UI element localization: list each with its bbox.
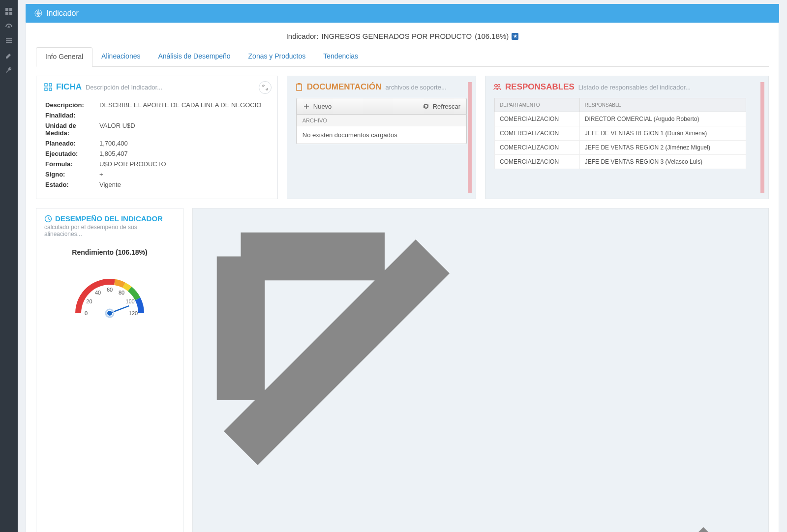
- ficha-title: FICHA: [56, 82, 82, 92]
- clock-icon: [44, 215, 52, 223]
- doc-new-button[interactable]: Nuevo: [303, 102, 332, 110]
- tab-tendencias[interactable]: Tendencias: [314, 47, 367, 66]
- users-icon: [493, 83, 501, 91]
- grid-icon: [44, 83, 52, 91]
- svg-text:100: 100: [125, 298, 134, 304]
- svg-text:0: 0: [85, 310, 88, 316]
- tab-bar: Info General Alineaciones Análisis de De…: [36, 47, 769, 67]
- left-nav-rail: [0, 0, 18, 532]
- globe-icon: [34, 9, 42, 17]
- gauge-value-label: Rendimiento (106.18%): [44, 248, 175, 256]
- nav-dashboard-icon[interactable]: [0, 4, 18, 19]
- doc-col-header: ARCHIVO: [296, 115, 467, 126]
- svg-text:60: 60: [107, 287, 113, 293]
- svg-rect-0: [5, 8, 8, 11]
- trend-expand-button[interactable]: [193, 208, 768, 532]
- svg-point-25: [107, 311, 112, 316]
- table-row[interactable]: COMERCIALIZACIONJEFE DE VENTAS REGION 1 …: [495, 126, 746, 141]
- doc-refresh-button[interactable]: Refrescar: [422, 102, 460, 110]
- responsables-table: DEPARTAMENTO RESPONSABLE COMERCIALIZACIO…: [494, 98, 746, 169]
- svg-rect-10: [49, 88, 52, 90]
- svg-rect-1: [9, 8, 12, 11]
- indicator-header: Indicador: INGRESOS GENERADOS POR PRODUC…: [36, 30, 769, 47]
- svg-rect-8: [49, 84, 52, 86]
- ficha-table: Descripción:DESCRIBE EL APORTE DE CADA L…: [45, 100, 264, 190]
- gauge-chart: 020406080100120: [61, 259, 159, 328]
- doc-scroll-stripe: [468, 82, 472, 193]
- svg-point-13: [495, 85, 497, 87]
- resp-subtitle: Listado de responsables del indicador...: [578, 84, 691, 91]
- tab-zonas[interactable]: Zonas y Productos: [240, 47, 315, 66]
- panel-responsables: RESPONSABLES Listado de responsables del…: [485, 76, 769, 199]
- nav-edit-icon[interactable]: [0, 48, 18, 63]
- ficha-expand-button[interactable]: [259, 81, 272, 94]
- svg-text:20: 20: [86, 298, 92, 304]
- svg-rect-12: [298, 83, 301, 85]
- plus-icon: [303, 102, 310, 110]
- panel-gauge: DESEMPEÑO DEL INDICADOR calculado por el…: [36, 208, 183, 532]
- svg-text:80: 80: [119, 290, 124, 296]
- gauge-title: DESEMPEÑO DEL INDICADOR: [55, 214, 163, 223]
- doc-empty-msg: No existen documentos cargados: [296, 126, 467, 144]
- svg-point-14: [498, 85, 500, 87]
- nav-gauge-icon[interactable]: [0, 19, 18, 33]
- gauge-subtitle: calculado por el desempeño de sus alinea…: [44, 224, 175, 237]
- col-resp: RESPONSABLE: [579, 98, 746, 112]
- svg-text:40: 40: [95, 290, 101, 296]
- table-row[interactable]: COMERCIALIZACIONJEFE DE VENTAS REGION 3 …: [495, 155, 746, 169]
- nav-list-icon[interactable]: [0, 33, 18, 48]
- svg-rect-3: [9, 12, 12, 15]
- table-row[interactable]: COMERCIALIZACIONJEFE DE VENTAS REGION 2 …: [495, 141, 746, 155]
- tab-alineaciones[interactable]: Alineaciones: [92, 47, 149, 66]
- svg-rect-7: [45, 84, 47, 86]
- panel-documentacion: DOCUMENTACIÓN archivos de soporte... Nue…: [287, 76, 476, 199]
- col-dept: DEPARTAMENTO: [495, 98, 580, 112]
- nav-wrench-icon[interactable]: [0, 63, 18, 78]
- panel-ficha: FICHA Descripción del Indicador... Descr…: [36, 76, 278, 199]
- clipboard-icon: [295, 83, 303, 91]
- star-badge-icon: ★: [512, 33, 518, 40]
- svg-rect-11: [297, 84, 302, 90]
- panel-trend: TENDENCIA DEL DESEMPEÑO DEL INDICADOR pu…: [192, 208, 769, 532]
- svg-rect-4: [6, 38, 12, 39]
- svg-rect-2: [5, 12, 8, 15]
- svg-text:120: 120: [129, 310, 138, 316]
- doc-subtitle: archivos de soporte...: [386, 84, 447, 91]
- refresh-icon: [422, 102, 430, 110]
- tab-analisis[interactable]: Análisis de Desempeño: [149, 47, 239, 66]
- svg-rect-6: [6, 42, 12, 43]
- page-title: Indicador: [46, 9, 79, 18]
- svg-rect-9: [45, 88, 47, 90]
- table-row[interactable]: COMERCIALIZACIONDIRECTOR COMERCIAL (Argu…: [495, 112, 746, 126]
- page-title-bar: Indicador: [26, 4, 779, 23]
- doc-title: DOCUMENTACIÓN: [307, 82, 382, 92]
- resp-title: RESPONSABLES: [505, 82, 575, 92]
- svg-rect-5: [6, 40, 12, 41]
- resp-scroll-stripe: [760, 82, 764, 193]
- ficha-subtitle: Descripción del Indicador...: [86, 84, 162, 91]
- tab-info-general[interactable]: Info General: [36, 47, 92, 67]
